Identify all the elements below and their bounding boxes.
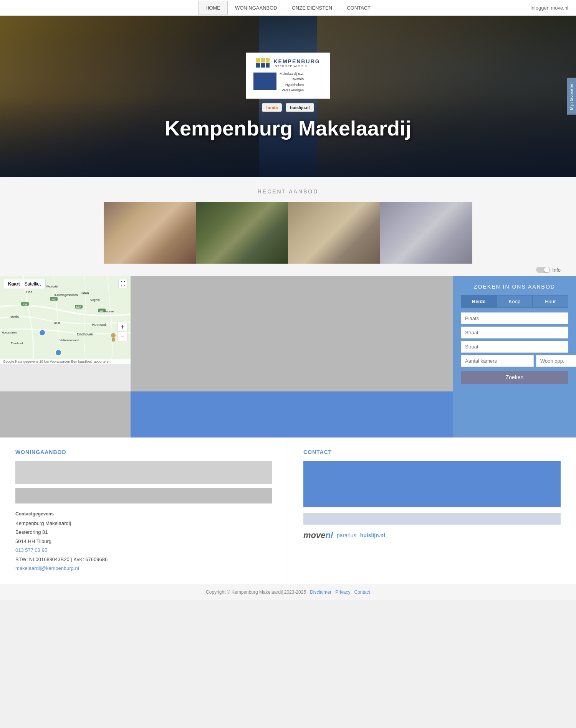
copyright-text: Copyright © Kempenburg Makelaardij 2023-…: [206, 589, 306, 595]
contact-link[interactable]: Contact: [354, 589, 370, 595]
logo-box: KEMPENBURG INTERMEDIAIR B.V. Makelaardij…: [246, 53, 330, 99]
svg-text:Oss: Oss: [26, 290, 33, 294]
property-image-1[interactable]: [104, 202, 196, 264]
footer-right-block2: [303, 513, 561, 525]
logo-squares: [256, 58, 270, 68]
footer-contact-info: Kempenburg Makelaardij Besterdring 81 50…: [15, 519, 272, 573]
map-zoom-out[interactable]: −: [118, 332, 127, 341]
footer-contact-title[interactable]: CONTACT: [303, 449, 561, 455]
map-container: A59 A65 N65 A2 Oss Waalwijk 's-Hertogenb…: [0, 276, 131, 364]
search-plaats-input[interactable]: [461, 312, 568, 324]
toggle-knob: [544, 267, 550, 272]
svg-text:Deurne: Deurne: [104, 310, 114, 313]
svg-text:A65: A65: [51, 298, 56, 301]
svg-text:A59: A59: [23, 303, 28, 306]
svg-text:Valkenswaard: Valkenswaard: [60, 338, 79, 342]
nav-diensten[interactable]: ONZE DIENSTEN: [285, 1, 339, 15]
footer-address2: 5014 HH Tilburg: [15, 537, 272, 546]
property-image-2[interactable]: [196, 202, 288, 264]
search-panel: ZOEKEN IN ONS AANBOD Beide Koop Huur Zoe…: [453, 276, 576, 391]
pararius-logo: pararius: [337, 532, 356, 538]
hero-title: Kempenburg Makelaardij: [165, 116, 411, 140]
move-logo: movenl: [303, 530, 333, 540]
logo-service-2: Taxaties: [280, 76, 304, 82]
svg-text:Veghel: Veghel: [90, 298, 100, 302]
svg-text:Turnhout: Turnhout: [11, 342, 23, 345]
below-mid: [131, 391, 453, 437]
hero-section: KEMPENBURG INTERMEDIAIR B.V. Makelaardij…: [0, 16, 576, 177]
search-opp-input[interactable]: [536, 355, 576, 367]
property-image-4[interactable]: [380, 202, 472, 264]
svg-text:'s-Hertogenbosch: 's-Hertogenbosch: [54, 293, 78, 297]
gray-middle: [131, 276, 453, 391]
partner-logos: funda huislijn.nl: [262, 103, 314, 112]
map-zoom-controls: + −: [118, 322, 127, 341]
footer-left-block2: [15, 488, 272, 503]
below-map: [0, 391, 576, 437]
nav-login[interactable]: Inloggen move.nl: [530, 5, 568, 11]
info-label: Info: [552, 267, 561, 273]
toggle-info-row: Info: [8, 264, 568, 276]
map-footer: Google Kaartgegevens 10 km Voorwaarden E…: [0, 359, 131, 364]
logo-top: KEMPENBURG INTERMEDIAIR B.V.: [256, 58, 320, 68]
privacy-link[interactable]: Privacy: [335, 589, 350, 595]
logo-service-3: Hypotheken: [280, 82, 304, 87]
search-tab-beide[interactable]: Beide: [461, 295, 497, 308]
nav-contact[interactable]: CONTACT: [339, 1, 378, 15]
logo-brand: KEMPENBURG: [273, 58, 320, 64]
footer-contact-details-title: Contactgegevens: [15, 511, 272, 517]
search-kamers-input[interactable]: [461, 355, 534, 367]
search-straat-input[interactable]: [461, 327, 568, 338]
recent-title: RECENT AANBOD: [8, 188, 568, 195]
footer-woningaanbod-title[interactable]: WONINGAANBOD: [15, 449, 272, 455]
svg-text:Best: Best: [54, 321, 60, 325]
logo-sub: INTERMEDIAIR B.V.: [273, 64, 320, 68]
info-toggle[interactable]: [536, 267, 550, 273]
logo-brand-text: KEMPENBURG INTERMEDIAIR B.V.: [273, 58, 320, 68]
logo-sq-4: [256, 63, 260, 68]
below-right: [453, 391, 576, 437]
footer-section: WONINGAANBOD Contactgegevens Kempenburg …: [0, 437, 576, 584]
footer-partner-logos: movenl pararius huislijn.nl: [303, 530, 561, 540]
nav-home[interactable]: HOME: [198, 1, 228, 15]
map-toolbar: Kaart Satelliet: [3, 279, 46, 289]
map-satelliet-btn[interactable]: Satelliet: [23, 281, 43, 287]
logo-sq-1: [256, 58, 260, 63]
svg-text:Breda: Breda: [10, 315, 19, 319]
map-search-section: A59 A65 N65 A2 Oss Waalwijk 's-Hertogenb…: [0, 276, 576, 391]
search-button[interactable]: Zoeken: [461, 371, 568, 384]
logo-blue-block: [253, 73, 276, 90]
footer-address1: Besterdring 81: [15, 528, 272, 537]
svg-point-22: [39, 330, 45, 336]
property-image-3[interactable]: [288, 202, 380, 264]
hero-content: KEMPENBURG INTERMEDIAIR B.V. Makelaardij…: [165, 53, 411, 140]
footer-phone[interactable]: 013 577 03 95: [15, 547, 47, 553]
footer-email[interactable]: makelaardij@kempenburg.nl: [15, 565, 79, 571]
nav-woningaanbod[interactable]: WONINGAANBOD: [228, 1, 285, 15]
footer-left-spacer: [15, 461, 272, 484]
map-svg: A59 A65 N65 A2 Oss Waalwijk 's-Hertogenb…: [0, 276, 131, 364]
map-expand-btn[interactable]: ⛶: [118, 279, 127, 288]
logo-sq-3: [266, 58, 270, 63]
search-row: [461, 355, 568, 367]
search-straat2-input[interactable]: [461, 341, 568, 353]
svg-text:Eindhoven: Eindhoven: [77, 332, 93, 336]
disclaimer-link[interactable]: Disclaimer: [310, 589, 331, 595]
svg-text:Hoogstraten: Hoogstraten: [2, 331, 17, 334]
logo-services: Makelaardij o.z. Taxaties Hypotheken Ver…: [280, 71, 304, 93]
search-tab-koop[interactable]: Koop: [497, 295, 532, 308]
footer-left: WONINGAANBOD Contactgegevens Kempenburg …: [0, 437, 288, 584]
map-kaart-btn[interactable]: Kaart: [7, 281, 22, 287]
svg-text:Helmond: Helmond: [92, 323, 106, 327]
footer-right-blue-block: [303, 461, 561, 507]
footer-company: Kempenburg Makelaardij: [15, 519, 272, 528]
mijn-favorieten-tab[interactable]: Mijn favorieten: [567, 78, 576, 115]
search-tabs: Beide Koop Huur: [461, 295, 568, 308]
below-left: [0, 391, 131, 437]
svg-text:A2: A2: [100, 310, 104, 312]
footer-right: CONTACT movenl pararius huislijn.nl: [288, 437, 576, 584]
search-tab-huur[interactable]: Huur: [533, 295, 568, 308]
svg-text:Waalwijk: Waalwijk: [46, 285, 58, 288]
map-zoom-in[interactable]: +: [118, 322, 127, 332]
svg-text:N65: N65: [76, 306, 81, 309]
